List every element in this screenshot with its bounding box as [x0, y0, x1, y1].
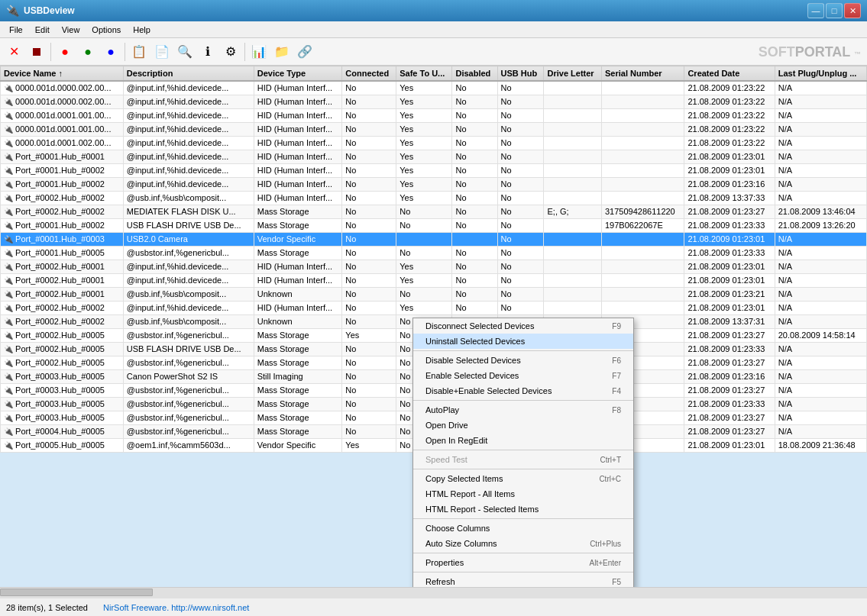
context-menu-item-14[interactable]: PropertiesAlt+Enter: [413, 555, 633, 570]
table-row[interactable]: 🔌 Port_#0002.Hub_#0001 @input.inf,%hid.d…: [1, 273, 867, 287]
context-menu-item-9[interactable]: Copy Selected ItemsCtrl+C: [413, 471, 633, 486]
context-menu-item-1[interactable]: Uninstall Selected Devices: [413, 334, 633, 349]
context-menu-item-2[interactable]: Disable Selected DevicesF6: [413, 353, 633, 368]
context-menu-item-15[interactable]: RefreshF5: [413, 574, 633, 587]
cell-description: @usbstor.inf,%genericbul...: [123, 383, 254, 397]
toolbar-btn-3[interactable]: 🔍: [174, 41, 196, 63]
cell-serial: [601, 246, 684, 260]
context-menu-item-13[interactable]: Auto Size ColumnsCtrl+Plus: [413, 536, 633, 551]
table-row[interactable]: 🔌 Port_#0001.Hub_#0001 @input.inf,%hid.d…: [1, 150, 867, 163]
remove-button[interactable]: ✕: [3, 41, 24, 63]
toolbar-btn-1[interactable]: 📋: [128, 41, 150, 63]
cell-description: @usbstor.inf,%genericbul...: [123, 424, 254, 438]
cell-description: @oem1.inf,%camm5603d...: [123, 438, 254, 452]
toolbar-btn-5[interactable]: ⚙: [220, 41, 241, 63]
cell-disabled: No: [452, 122, 497, 136]
table-row[interactable]: 🔌 Port_#0001.Hub_#0002 USB FLASH DRIVE U…: [1, 218, 867, 232]
context-menu-item-5[interactable]: AutoPlayF8: [413, 402, 633, 418]
toolbar-btn-6[interactable]: 📊: [248, 41, 270, 63]
context-menu-item-11[interactable]: HTML Report - Selected Items: [413, 502, 633, 517]
table-row[interactable]: 🔌 0000.001d.0001.001.00... @input.inf,%h…: [1, 122, 867, 136]
minimize-button[interactable]: —: [807, 3, 824, 18]
cell-connected: No: [342, 122, 396, 136]
horizontal-scrollbar[interactable]: [0, 588, 867, 598]
ctx-shortcut: F9: [612, 322, 621, 331]
ctx-label: Enable Selected Devices: [425, 371, 519, 380]
toolbar-btn-7[interactable]: 📁: [271, 41, 293, 63]
table-row[interactable]: 🔌 Port_#0002.Hub_#0002 @usb.inf,%usb\com…: [1, 191, 867, 205]
col-connected[interactable]: Connected: [342, 66, 396, 82]
cell-description: @usbstor.inf,%genericbul...: [123, 397, 254, 411]
col-safe-to-unplug[interactable]: Safe To U...: [396, 66, 452, 82]
context-menu-item-8: Speed TestCtrl+T: [413, 452, 633, 467]
cell-lastplug: N/A: [775, 342, 866, 356]
ctx-shortcut: Ctrl+T: [600, 456, 622, 464]
nirsoft-link[interactable]: NirSoft Freeware. http://www.nirsoft.net: [103, 603, 249, 612]
cell-serial: [601, 163, 684, 177]
cell-description: @usb.inf,%usb\composit...: [123, 191, 254, 205]
blue-circle-button[interactable]: ●: [100, 41, 121, 63]
col-device-type[interactable]: Device Type: [254, 66, 342, 82]
cell-lastplug: N/A: [775, 108, 866, 122]
maximize-button[interactable]: □: [826, 3, 843, 18]
col-last-plug[interactable]: Last Plug/Unplug ...: [775, 66, 866, 82]
cell-drive: [544, 177, 601, 191]
col-created-date[interactable]: Created Date: [684, 66, 775, 82]
table-row[interactable]: 🔌 0000.001d.0001.002.00... @input.inf,%h…: [1, 136, 867, 150]
table-row[interactable]: 🔌 Port_#0001.Hub_#0003 USB2.0 Camera Ven…: [1, 232, 867, 246]
context-menu-item-6[interactable]: Open Drive: [413, 418, 633, 433]
ctx-label: Disable+Enable Selected Devices: [425, 386, 552, 395]
cell-lastplug: N/A: [775, 314, 866, 328]
scrollbar-thumb[interactable]: [0, 589, 153, 596]
menu-bar: File Edit View Options Help: [0, 21, 867, 38]
table-row[interactable]: 🔌 Port_#0002.Hub_#0001 @usb.inf,%usb\com…: [1, 287, 867, 301]
context-menu-item-10[interactable]: HTML Report - All Items: [413, 486, 633, 502]
cell-device-name: 🔌 Port_#0003.Hub_#0005: [1, 383, 124, 397]
table-row[interactable]: 🔌 Port_#0001.Hub_#0002 @input.inf,%hid.d…: [1, 163, 867, 177]
table-row[interactable]: 🔌 Port_#0001.Hub_#0002 @input.inf,%hid.d…: [1, 177, 867, 191]
toolbar-btn-8[interactable]: 🔗: [294, 41, 315, 63]
col-description[interactable]: Description: [123, 66, 254, 82]
cell-hub: No: [497, 273, 544, 287]
toolbar: ✕ ⏹ ● ● ● 📋 📄 🔍 ℹ ⚙ 📊 📁 🔗 SOFTPORTAL ™: [0, 38, 867, 66]
cell-safe: Yes: [396, 150, 452, 163]
scrollbar-area[interactable]: [0, 587, 867, 598]
ctx-shortcut: Ctrl+C: [599, 475, 621, 483]
ctx-label: Auto Size Columns: [425, 539, 497, 548]
cell-safe: Yes: [396, 177, 452, 191]
close-button[interactable]: ✕: [844, 3, 861, 18]
table-container[interactable]: Device Name ↑ Description Device Type Co…: [0, 66, 867, 587]
table-row[interactable]: 🔌 Port_#0002.Hub_#0002 @input.inf,%hid.d…: [1, 301, 867, 314]
ctx-shortcut: F8: [612, 406, 621, 414]
cell-drive: [544, 95, 601, 108]
toolbar-btn-4[interactable]: ℹ: [197, 41, 218, 63]
context-menu-item-3[interactable]: Enable Selected DevicesF7: [413, 368, 633, 383]
cell-serial: [601, 191, 684, 205]
toolbar-btn-2[interactable]: 📄: [151, 41, 173, 63]
context-menu-item-4[interactable]: Disable+Enable Selected DevicesF4: [413, 383, 633, 398]
col-device-name[interactable]: Device Name ↑: [1, 66, 124, 82]
context-menu-item-12[interactable]: Choose Columns: [413, 521, 633, 536]
table-row[interactable]: 🔌 Port_#0002.Hub_#0001 @input.inf,%hid.d…: [1, 260, 867, 273]
table-row[interactable]: 🔌 Port_#0002.Hub_#0002 MEDIATEK FLASH DI…: [1, 205, 867, 218]
menu-view[interactable]: View: [56, 24, 86, 36]
menu-file[interactable]: File: [3, 24, 29, 36]
cell-device-type: HID (Human Interf...: [254, 108, 342, 122]
col-usb-hub[interactable]: USB Hub: [497, 66, 544, 82]
col-disabled[interactable]: Disabled: [452, 66, 497, 82]
menu-edit[interactable]: Edit: [29, 24, 56, 36]
green-circle-button[interactable]: ●: [77, 41, 99, 63]
cell-lastplug: N/A: [775, 301, 866, 314]
table-row[interactable]: 🔌 0000.001d.0001.001.00... @input.inf,%h…: [1, 108, 867, 122]
context-menu-item-7[interactable]: Open In RegEdit: [413, 433, 633, 448]
table-row[interactable]: 🔌 0000.001d.0000.002.00... @input.inf,%h…: [1, 81, 867, 95]
table-row[interactable]: 🔌 0000.001d.0000.002.00... @input.inf,%h…: [1, 95, 867, 108]
context-menu-item-0[interactable]: Disconnect Selected DevicesF9: [413, 318, 633, 334]
col-serial-number[interactable]: Serial Number: [601, 66, 684, 82]
stop-button[interactable]: ⏹: [26, 41, 47, 63]
table-row[interactable]: 🔌 Port_#0001.Hub_#0005 @usbstor.inf,%gen…: [1, 246, 867, 260]
menu-help[interactable]: Help: [127, 24, 157, 36]
red-circle-button[interactable]: ●: [54, 41, 76, 63]
menu-options[interactable]: Options: [86, 24, 127, 36]
col-drive-letter[interactable]: Drive Letter: [544, 66, 601, 82]
